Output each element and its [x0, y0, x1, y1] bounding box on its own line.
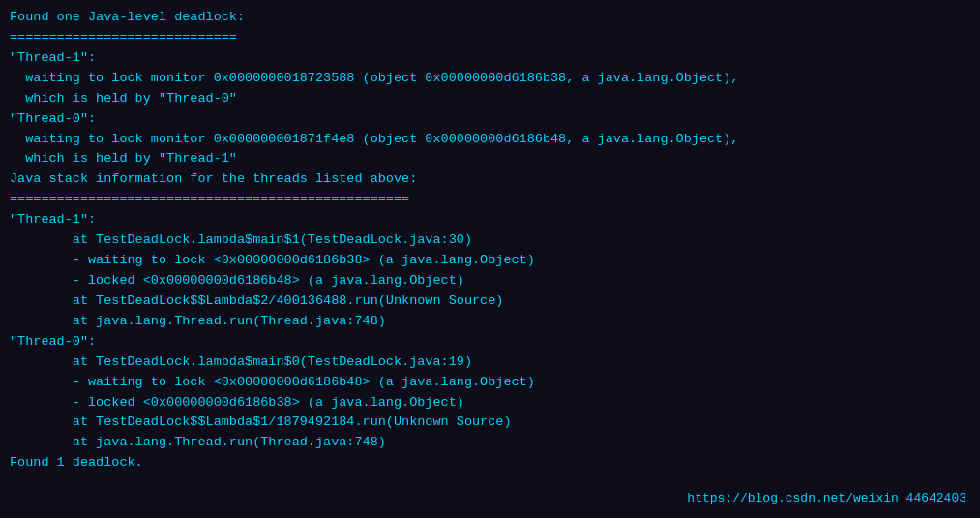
terminal-line: which is held by "Thread-0" — [10, 89, 970, 109]
terminal-line: "Thread-1": — [10, 48, 970, 69]
terminal-line: "Thread-0": — [10, 332, 970, 352]
terminal-line: waiting to lock monitor 0x000000001871f4… — [10, 130, 970, 150]
terminal-line: at TestDeadLock$$Lambda$2/400136488.run(… — [10, 291, 970, 312]
terminal-line: "Thread-1": — [10, 210, 970, 230]
terminal-line: at java.lang.Thread.run(Thread.java:748) — [10, 433, 970, 453]
terminal-line: waiting to lock monitor 0x00000000187235… — [10, 69, 970, 89]
terminal-line: ========================================… — [10, 190, 970, 210]
terminal-line: - locked <0x00000000d6186b48> (a java.la… — [10, 271, 970, 291]
terminal-line: - waiting to lock <0x00000000d6186b48> (… — [10, 373, 970, 393]
terminal-line: Found 1 deadlock. — [10, 453, 970, 473]
terminal-line: at TestDeadLock.lambda$main$1(TestDeadLo… — [10, 230, 970, 251]
terminal-window: Found one Java-level deadlock:==========… — [0, 0, 980, 518]
output-lines: Found one Java-level deadlock:==========… — [10, 8, 970, 473]
terminal-line: which is held by "Thread-1" — [10, 149, 970, 169]
terminal-line: at TestDeadLock.lambda$main$0(TestDeadLo… — [10, 352, 970, 373]
terminal-line: - locked <0x00000000d6186b38> (a java.la… — [10, 393, 970, 413]
terminal-line: ============================= — [10, 28, 970, 48]
terminal-line: - waiting to lock <0x00000000d6186b38> (… — [10, 251, 970, 271]
terminal-line: "Thread-0": — [10, 109, 970, 130]
source-url: https://blog.csdn.net/weixin_44642403 — [687, 489, 966, 508]
terminal-line: Java stack information for the threads l… — [10, 169, 970, 190]
terminal-line: at TestDeadLock$$Lambda$1/1879492184.run… — [10, 412, 970, 433]
terminal-line: Found one Java-level deadlock: — [10, 8, 970, 28]
terminal-line: at java.lang.Thread.run(Thread.java:748) — [10, 312, 970, 332]
